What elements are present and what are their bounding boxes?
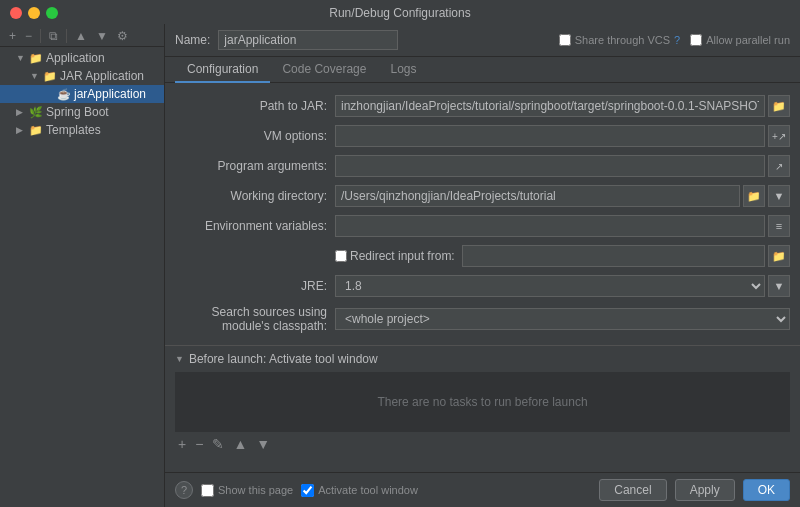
allow-parallel-checkbox[interactable] (690, 34, 702, 46)
program-arguments-input[interactable] (335, 155, 765, 177)
program-arguments-value: ↗ (335, 155, 790, 177)
sidebar-item-application[interactable]: ▼ 📁 Application (0, 49, 164, 67)
redirect-input-checkbox[interactable] (335, 250, 347, 262)
config-panel: Path to JAR: 📁 VM options: +↗ Program ar… (165, 83, 800, 472)
arrow-icon: ▼ (16, 53, 26, 63)
maximize-button[interactable] (46, 7, 58, 19)
sidebar-items: ▼ 📁 Application ▼ 📁 JAR Application ☕ ja… (0, 47, 164, 505)
jre-select[interactable]: 1.8 (335, 275, 765, 297)
path-to-jar-input[interactable] (335, 95, 765, 117)
jre-label: JRE: (175, 279, 335, 293)
working-directory-browse-button[interactable]: 📁 (743, 185, 765, 207)
bottom-right: Cancel Apply OK (599, 479, 790, 501)
environment-variables-label: Environment variables: (175, 219, 335, 233)
before-launch-empty-message: There are no tasks to run before launch (377, 395, 587, 409)
add-config-button[interactable]: + (6, 29, 19, 43)
move-up-button[interactable]: ▲ (72, 29, 90, 43)
before-launch-body: There are no tasks to run before launch (175, 372, 790, 432)
before-launch-toolbar: + − ✎ ▲ ▼ (165, 432, 800, 456)
tab-code-coverage[interactable]: Code Coverage (270, 57, 378, 83)
before-launch-title: Before launch: Activate tool window (189, 352, 378, 366)
share-vcs-checkbox[interactable] (559, 34, 571, 46)
environment-variables-row: Environment variables: ≡ (165, 211, 800, 241)
redirect-input-value: Redirect input from: 📁 (335, 245, 790, 267)
ok-button[interactable]: OK (743, 479, 790, 501)
environment-variables-edit-button[interactable]: ≡ (768, 215, 790, 237)
working-directory-row: Working directory: 📁 ▼ (165, 181, 800, 211)
question-icon: ? (674, 34, 680, 46)
vm-options-value: +↗ (335, 125, 790, 147)
name-bar: Name: Share through VCS ? Allow parallel… (165, 24, 800, 57)
working-directory-input[interactable] (335, 185, 740, 207)
show-page-label: Show this page (218, 484, 293, 496)
close-button[interactable] (10, 7, 22, 19)
tab-configuration[interactable]: Configuration (175, 57, 270, 83)
before-launch-add-button[interactable]: + (175, 436, 189, 452)
apply-button[interactable]: Apply (675, 479, 735, 501)
cancel-button[interactable]: Cancel (599, 479, 666, 501)
path-to-jar-row: Path to JAR: 📁 (165, 91, 800, 121)
redirect-input-field[interactable] (462, 245, 765, 267)
right-panel: Name: Share through VCS ? Allow parallel… (165, 24, 800, 507)
before-launch-move-up-button[interactable]: ▲ (230, 436, 250, 452)
path-to-jar-value: 📁 (335, 95, 790, 117)
vm-options-expand-button[interactable]: +↗ (768, 125, 790, 147)
search-sources-row: Search sources using module's classpath:… (165, 301, 800, 337)
redirect-input-browse-button[interactable]: 📁 (768, 245, 790, 267)
sidebar-item-label: jarApplication (74, 87, 146, 101)
arrow-icon: ▼ (30, 71, 40, 81)
remove-config-button[interactable]: − (22, 29, 35, 43)
before-launch-section: ▼ Before launch: Activate tool window Th… (165, 345, 800, 456)
main-content: + − ⧉ ▲ ▼ ⚙ ▼ 📁 Application ▼ 📁 JAR Appl… (0, 24, 800, 507)
arrow-icon: ▶ (16, 125, 26, 135)
sidebar-item-jar-application-item[interactable]: ☕ jarApplication (0, 85, 164, 103)
help-button[interactable]: ? (175, 481, 193, 499)
tab-logs[interactable]: Logs (378, 57, 428, 83)
path-to-jar-label: Path to JAR: (175, 99, 335, 113)
before-launch-header[interactable]: ▼ Before launch: Activate tool window (165, 346, 800, 372)
move-down-button[interactable]: ▼ (93, 29, 111, 43)
window-title: Run/Debug Configurations (329, 6, 470, 20)
jre-dropdown-button[interactable]: ▼ (768, 275, 790, 297)
working-directory-dropdown-button[interactable]: ▼ (768, 185, 790, 207)
sidebar: + − ⧉ ▲ ▼ ⚙ ▼ 📁 Application ▼ 📁 JAR Appl… (0, 24, 165, 507)
working-directory-value: 📁 ▼ (335, 185, 790, 207)
toolbar-separator-2 (66, 29, 67, 43)
before-launch-remove-button[interactable]: − (192, 436, 206, 452)
activate-tool-checkbox[interactable] (301, 484, 314, 497)
folder-icon: 📁 (29, 52, 43, 65)
before-launch-move-down-button[interactable]: ▼ (253, 436, 273, 452)
vm-options-input[interactable] (335, 125, 765, 147)
copy-config-button[interactable]: ⧉ (46, 29, 61, 43)
vm-options-row: VM options: +↗ (165, 121, 800, 151)
search-sources-label: Search sources using module's classpath: (175, 305, 335, 333)
sidebar-item-label: Application (46, 51, 105, 65)
activate-tool-group: Activate tool window (301, 484, 418, 497)
sidebar-item-templates[interactable]: ▶ 📁 Templates (0, 121, 164, 139)
sidebar-item-jar-application[interactable]: ▼ 📁 JAR Application (0, 67, 164, 85)
search-sources-value: <whole project> (335, 308, 790, 330)
path-to-jar-browse-button[interactable]: 📁 (768, 95, 790, 117)
minimize-button[interactable] (28, 7, 40, 19)
jre-row: JRE: 1.8 ▼ (165, 271, 800, 301)
program-arguments-expand-button[interactable]: ↗ (768, 155, 790, 177)
name-label: Name: (175, 33, 210, 47)
show-page-checkbox[interactable] (201, 484, 214, 497)
program-arguments-label: Program arguments: (175, 159, 335, 173)
sidebar-item-label: JAR Application (60, 69, 144, 83)
sidebar-item-spring-boot[interactable]: ▶ 🌿 Spring Boot (0, 103, 164, 121)
activate-tool-label: Activate tool window (318, 484, 418, 496)
tabs: Configuration Code Coverage Logs (165, 57, 800, 83)
before-launch-edit-button[interactable]: ✎ (209, 436, 227, 452)
bottom-bar: ? Show this page Activate tool window Ca… (165, 472, 800, 507)
expand-arrow-icon: ▼ (175, 354, 184, 364)
sidebar-item-label: Spring Boot (46, 105, 109, 119)
title-bar: Run/Debug Configurations (0, 0, 800, 24)
search-sources-select[interactable]: <whole project> (335, 308, 790, 330)
name-input[interactable] (218, 30, 398, 50)
folder-icon: 📁 (29, 124, 43, 137)
environment-variables-value: ≡ (335, 215, 790, 237)
folder-icon: 📁 (43, 70, 57, 83)
settings-button[interactable]: ⚙ (114, 29, 131, 43)
environment-variables-input[interactable] (335, 215, 765, 237)
